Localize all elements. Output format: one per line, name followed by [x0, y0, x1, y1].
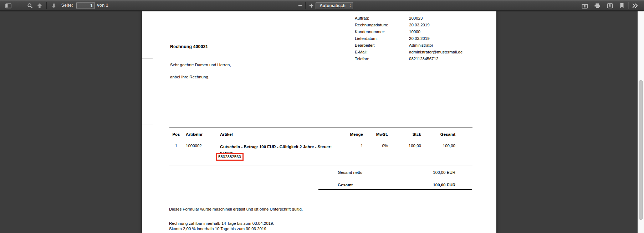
item-stck: 100,00 [385, 144, 421, 148]
info-value: 20.03.2019 [409, 35, 466, 42]
footer-note: Dieses Formular wurde maschinell erstell… [169, 207, 303, 211]
bookmark-button[interactable] [617, 1, 627, 10]
total-netto-label: Gesamt netto [338, 170, 362, 175]
print-button[interactable] [593, 1, 602, 10]
zoom-select-dropdown[interactable]: Automatisch ▲▼ [316, 2, 353, 9]
zoom-in-button[interactable] [307, 1, 316, 10]
total-netto-value: 100,00 EUR [392, 170, 455, 175]
table-rule-bottom [169, 166, 472, 166]
page-number-input[interactable] [76, 2, 95, 9]
item-gesamt: 100,00 [420, 144, 455, 148]
info-value: Administrator [409, 42, 466, 49]
download-icon [607, 3, 613, 9]
total-label: Gesamt [338, 183, 353, 187]
chevron-double-right-icon [632, 3, 638, 8]
download-button[interactable] [605, 1, 614, 10]
invoice-title: Rechnung 400021 [170, 44, 208, 49]
col-header-pos: Pos [172, 132, 180, 136]
info-label: Kundennummer: [355, 29, 388, 35]
table-rule-header [169, 139, 472, 139]
fold-mark [142, 58, 153, 58]
search-icon [27, 3, 33, 9]
fold-mark [142, 124, 153, 124]
vertical-scrollbar-track[interactable] [638, 11, 644, 233]
info-label: Rechnungsdatum: [355, 22, 388, 29]
info-label: Bearbeiter: [355, 42, 388, 49]
print-icon [594, 3, 600, 9]
info-label: Telefon: [355, 56, 388, 62]
col-header-mwst: MwSt. [361, 132, 388, 136]
invoice-info-values: 200023 20.03.2019 10000 20.03.2019 Admin… [409, 15, 466, 62]
info-value-email: administrator@mustermail.de [409, 49, 466, 56]
page-up-button[interactable] [35, 1, 44, 10]
dropdown-spinner-icon: ▲▼ [349, 4, 353, 7]
payment-term-line: Skonto 2,00 % innerhalb 10 Tage bis zum … [169, 226, 274, 232]
pdf-viewer-toolbar: Seite: von 1 Automatisch ▲▼ [0, 0, 644, 11]
info-label: Auftrag: [355, 15, 388, 22]
item-mwst: 0% [361, 144, 388, 148]
toolbar-separator [305, 2, 306, 9]
item-artikelnr: 1000002 [186, 144, 213, 148]
info-value: 10000 [409, 29, 466, 35]
page-down-icon [51, 3, 57, 9]
zoom-out-icon [298, 3, 303, 8]
info-value: 200023 [409, 15, 466, 22]
item-menge: 1 [338, 144, 363, 148]
greeting-text: Sehr geehrte Damen und Herren, [170, 63, 231, 67]
page-down-button[interactable] [49, 1, 58, 10]
total-double-rule [318, 189, 472, 190]
info-value-phone: 0821123456712 [409, 56, 466, 62]
open-file-button[interactable] [580, 1, 589, 10]
payment-term-line: Rechnung zahlbar innerhalb 14 Tage bis z… [169, 221, 274, 226]
toolbar-separator [628, 2, 628, 9]
col-header-menge: Menge [338, 132, 363, 136]
col-header-artikelnr: Artikelnr [186, 132, 213, 136]
pdf-page: Auftrag: Rechnungsdatum: Kundennummer: L… [142, 11, 496, 233]
total-value: 100,00 EUR [392, 183, 455, 187]
search-button[interactable] [25, 1, 35, 10]
zoom-in-icon [309, 3, 314, 8]
open-file-icon [582, 3, 588, 9]
item-pos: 1 [172, 144, 180, 148]
info-label: Lieferdatum: [355, 35, 388, 42]
sidebar-toggle-button[interactable] [4, 1, 13, 10]
zoom-select-value: Automatisch [316, 3, 349, 8]
sidebar-toggle-icon [5, 3, 11, 9]
item-code-highlight-box: 5802882560 [216, 153, 244, 161]
intro-text: anbei Ihre Rechnung. [170, 75, 209, 79]
table-rule-top [169, 128, 472, 128]
bookmark-icon [620, 3, 624, 9]
secondary-toolbar-toggle-button[interactable] [630, 1, 640, 10]
item-code: 5802882560 [218, 155, 241, 159]
vertical-scrollbar-thumb[interactable] [639, 80, 643, 220]
page-count-label: von 1 [97, 0, 108, 11]
toolbar-separator [46, 2, 47, 9]
info-label: E-Mail: [355, 49, 388, 56]
zoom-out-button[interactable] [296, 1, 305, 10]
page-up-icon [37, 3, 42, 9]
col-header-stck: Stck [385, 132, 421, 136]
info-value: 20.03.2019 [409, 22, 466, 29]
col-header-gesamt: Gesamt [420, 132, 455, 136]
footer-payment-terms: Rechnung zahlbar innerhalb 14 Tage bis z… [169, 221, 274, 232]
col-header-artikel: Artikel [220, 132, 338, 136]
page-label: Seite: [61, 0, 73, 11]
invoice-info-labels: Auftrag: Rechnungsdatum: Kundennummer: L… [355, 15, 388, 62]
